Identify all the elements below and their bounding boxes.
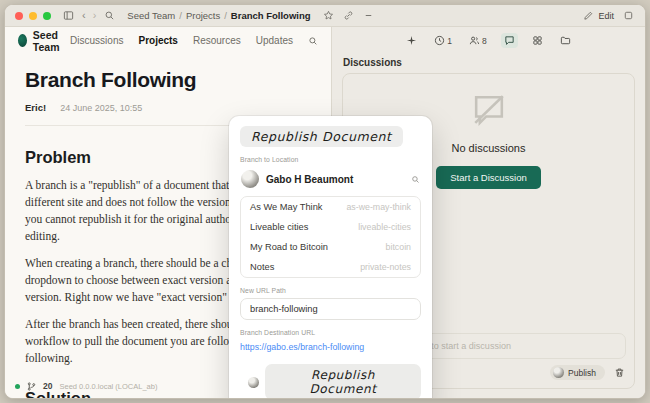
move-icon[interactable] bbox=[403, 33, 420, 48]
collaborators-button[interactable]: 8 bbox=[466, 33, 490, 48]
minimize-window-button[interactable] bbox=[29, 12, 37, 20]
star-icon[interactable] bbox=[322, 9, 335, 22]
clock-icon bbox=[434, 35, 445, 46]
location-path: liveable-cities bbox=[358, 222, 411, 232]
account-selector[interactable]: Gabo H Beaumont bbox=[240, 168, 421, 190]
location-search-icon[interactable] bbox=[411, 175, 420, 184]
tab-discussions[interactable]: Discussions bbox=[70, 35, 123, 46]
team-logo bbox=[18, 34, 27, 47]
location-list: As We May Think as-we-may-think Liveable… bbox=[240, 196, 421, 278]
traffic-lights bbox=[15, 12, 51, 20]
new-url-path-label: New URL Path bbox=[240, 287, 421, 294]
breadcrumb-team[interactable]: Seed Team bbox=[127, 10, 175, 21]
trash-icon[interactable] bbox=[614, 367, 625, 378]
site-nav: Discussions Projects Resources Updates bbox=[70, 35, 318, 46]
location-name: Notes bbox=[250, 262, 274, 272]
connection-status-dot bbox=[15, 384, 20, 389]
sidebar-toggle-icon[interactable] bbox=[62, 9, 75, 22]
no-discussions-icon bbox=[467, 88, 511, 136]
zoom-window-button[interactable] bbox=[43, 12, 51, 20]
tab-resources[interactable]: Resources bbox=[193, 35, 241, 46]
search-icon[interactable] bbox=[103, 9, 116, 22]
avatar bbox=[248, 377, 259, 388]
url-path-input[interactable] bbox=[240, 298, 421, 320]
forward-icon[interactable]: › bbox=[93, 10, 97, 21]
team-identity[interactable]: Seed Team bbox=[18, 29, 70, 53]
destination-url-link[interactable]: https://gabo.es/branch-following bbox=[240, 342, 364, 352]
breadcrumb-page: Branch Following bbox=[231, 10, 311, 21]
panel-options-icon[interactable] bbox=[622, 9, 635, 22]
breadcrumb: Seed Team / Projects / Branch Following bbox=[127, 10, 310, 21]
branch-to-location-label: Branch to Location bbox=[240, 156, 421, 163]
byline: Eric! 24 June 2025, 10:55 bbox=[25, 102, 311, 113]
publish-button[interactable]: Publish bbox=[550, 365, 605, 380]
location-name: My Road to Bitcoin bbox=[250, 242, 328, 252]
account-name: Gabo H Beaumont bbox=[266, 174, 404, 185]
location-option[interactable]: My Road to Bitcoin bitcoin bbox=[241, 237, 420, 257]
close-window-button[interactable] bbox=[15, 12, 23, 20]
discussions-button[interactable] bbox=[501, 33, 518, 48]
discussions-heading: Discussions bbox=[343, 57, 645, 68]
blocks-icon[interactable] bbox=[529, 33, 546, 48]
breadcrumb-separator: / bbox=[224, 10, 227, 21]
destination-url-label: Branch Destination URL bbox=[240, 329, 421, 336]
server-label: Seed 0.0.0.local (LOCAL_ab) bbox=[59, 382, 157, 391]
location-option[interactable]: Liveable cities liveable-cities bbox=[241, 217, 420, 237]
location-name: As We May Think bbox=[250, 202, 323, 212]
location-option[interactable]: As We May Think as-we-may-think bbox=[241, 197, 420, 217]
users-count: 8 bbox=[482, 36, 487, 46]
tab-projects[interactable]: Projects bbox=[138, 35, 177, 46]
republish-submit-button[interactable]: Republish Document bbox=[265, 364, 421, 399]
location-path: as-we-may-think bbox=[346, 202, 411, 212]
republish-modal: Republish Document Branch to Location Ga… bbox=[229, 116, 432, 399]
account-avatar bbox=[241, 170, 259, 188]
edit-button-label: Edit bbox=[598, 11, 614, 21]
back-icon[interactable]: ‹ bbox=[82, 10, 86, 21]
site-header: Seed Team Discussions Projects Resources… bbox=[5, 27, 331, 54]
publish-date: 24 June 2025, 10:55 bbox=[60, 103, 142, 113]
breadcrumb-separator: / bbox=[179, 10, 182, 21]
app-window: ‹ › Seed Team / Projects / Branch Follow… bbox=[4, 4, 646, 399]
publish-button-label: Publish bbox=[568, 368, 596, 378]
folder-icon[interactable] bbox=[557, 33, 574, 48]
history-count: 1 bbox=[447, 36, 452, 46]
start-discussion-button[interactable]: Start a Discussion bbox=[436, 166, 541, 189]
breadcrumb-section[interactable]: Projects bbox=[186, 10, 220, 21]
submit-row: Republish Document bbox=[240, 364, 421, 399]
page-title: Branch Following bbox=[25, 68, 311, 92]
app-area: Seed Team Discussions Projects Resources… bbox=[5, 27, 645, 398]
author-name[interactable]: Eric! bbox=[25, 102, 46, 113]
edit-button[interactable]: Edit bbox=[582, 9, 614, 22]
location-path: bitcoin bbox=[386, 242, 411, 252]
branch-count: 20 bbox=[43, 381, 52, 391]
site-search-icon[interactable] bbox=[308, 36, 318, 46]
team-name: Seed Team bbox=[33, 29, 70, 53]
location-option[interactable]: Notes private-notes bbox=[241, 257, 420, 277]
tab-updates[interactable]: Updates bbox=[256, 35, 293, 46]
location-path: private-notes bbox=[360, 262, 411, 272]
panel-toolbar: 1 8 bbox=[332, 27, 645, 54]
status-bar: 20 Seed 0.0.0.local (LOCAL_ab) bbox=[15, 381, 157, 391]
history-button[interactable]: 1 bbox=[431, 33, 455, 48]
collapse-icon[interactable] bbox=[362, 9, 375, 22]
pencil-icon bbox=[582, 9, 595, 22]
titlebar: ‹ › Seed Team / Projects / Branch Follow… bbox=[5, 5, 645, 27]
modal-title: Republish Document bbox=[240, 126, 403, 147]
location-name: Liveable cities bbox=[250, 222, 308, 232]
empty-state-title: No discussions bbox=[452, 142, 526, 154]
chat-icon bbox=[504, 35, 515, 46]
avatar bbox=[553, 367, 564, 378]
link-icon[interactable] bbox=[342, 9, 355, 22]
git-branch-icon[interactable] bbox=[27, 382, 36, 391]
users-icon bbox=[469, 35, 480, 46]
